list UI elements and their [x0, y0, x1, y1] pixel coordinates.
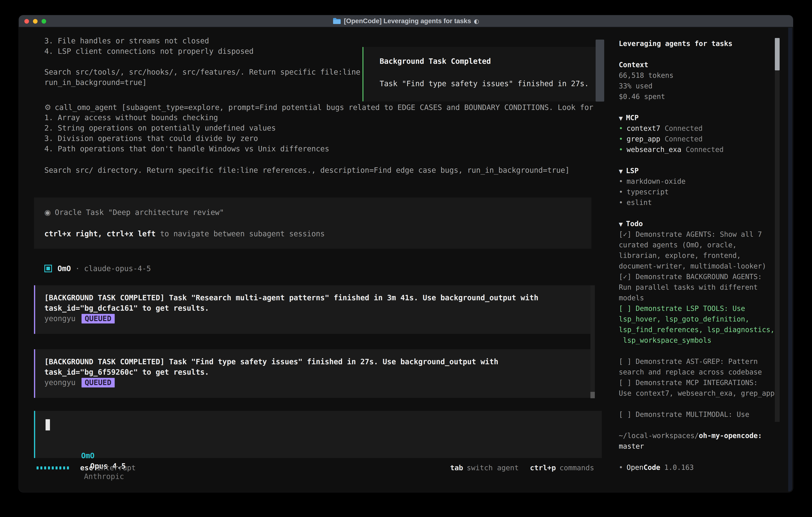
lsp-item-name: typescript	[627, 188, 669, 196]
mcp-item: •grep_appConnected	[619, 134, 775, 144]
chevron-down-icon: ▼	[619, 221, 623, 227]
oracle-navigation-hint: ctrl+x right, ctrl+x left to navigate be…	[45, 229, 591, 239]
task-meta-row: yeongyu QUEUED	[45, 377, 591, 388]
todo-item-line: [ ] Demonstrate MULTIMODAL: Use	[619, 409, 775, 420]
status-bar: esc interrupt tab switch agent ctrl+p co…	[19, 463, 602, 473]
ctrlp-key-label: commands	[559, 463, 594, 473]
half-circle-icon: ◐	[474, 18, 479, 25]
window-title: [OpenCode] Leveraging agents for tasks	[344, 17, 471, 25]
todo-heading-label: Todo	[626, 220, 643, 228]
oracle-hint-text: to navigate between subagent sessions	[156, 229, 325, 238]
chat-scrollbar-thumb[interactable]	[590, 392, 595, 398]
task-meta-row: yeongyu QUEUED	[45, 314, 591, 324]
todo-item-line-active: lsp_hover, lsp_goto_definition,	[619, 314, 775, 324]
todo-item-line: models	[619, 293, 775, 303]
window-right-edge	[788, 28, 792, 491]
sidebar-scrollbar-track[interactable]	[775, 38, 780, 422]
chat-scrollbar-track[interactable]	[590, 285, 595, 398]
lsp-section-heading[interactable]: ▼LSP	[619, 166, 775, 176]
app-name-regular: Open	[627, 463, 643, 471]
task-message-line: task_id="bg_6f59260c" to get results.	[45, 367, 591, 377]
bullet-icon: •	[619, 124, 623, 132]
todo-item-line-active: [ ] Demonstrate LSP TOOLS: Use	[619, 303, 775, 314]
task-author: yeongyu	[45, 314, 76, 324]
workspace-path: ~/local-workspaces/oh-my-opencode:	[619, 430, 775, 441]
queued-status-badge: QUEUED	[82, 314, 115, 324]
todo-item-line-active: lsp_find_references, lsp_diagnostics,	[619, 324, 775, 335]
gear-icon: ⚙	[45, 103, 51, 112]
esc-key-label: interrupt	[97, 463, 136, 473]
todo-item-line: [✓] Demonstrate BACKGROUND AGENTS:	[619, 272, 775, 282]
mcp-item-name: grep_app	[627, 135, 660, 143]
mcp-heading-label: MCP	[626, 114, 639, 122]
model-selector-row[interactable]: OmO Opus 4.5 Anthropic	[46, 440, 126, 451]
window-title-group: [OpenCode] Leveraging agents for tasks ◐	[333, 17, 479, 25]
zoom-window-button[interactable]	[41, 19, 46, 24]
chevron-down-icon: ▼	[619, 168, 623, 174]
mcp-item-name: websearch_exa	[627, 145, 681, 154]
input-agent-name: OmO	[81, 452, 94, 460]
status-right-group: tab switch agent ctrl+p commands	[450, 463, 594, 473]
context-heading: Context	[619, 60, 775, 70]
omo-agent-icon	[45, 265, 52, 272]
context-used: 33% used	[619, 81, 775, 91]
mcp-item: •context7Connected	[619, 123, 775, 134]
sidebar-session-title: Leveraging agents for tasks	[619, 38, 775, 49]
tab-key-hint: tab	[450, 463, 463, 473]
desktop-background: [OpenCode] Leveraging agents for tasks ◐…	[0, 0, 812, 517]
oracle-icon: ◉	[45, 208, 51, 217]
bullet-icon: •	[619, 145, 623, 154]
lsp-item: •markdown-oxide	[619, 176, 775, 187]
notification-body: Task "Find type safety issues" finished …	[380, 79, 597, 89]
main-scrollbar-thumb[interactable]	[596, 39, 604, 102]
agent-header: OmO · claude-opus-4-5	[45, 263, 151, 274]
oracle-hint-keys: ctrl+x right, ctrl+x left	[45, 229, 156, 238]
scrollback-group-3: Search src/ directory. Return specific f…	[45, 165, 570, 175]
agent-model: claude-opus-4-5	[84, 264, 151, 273]
terminal-line: Search src/ directory. Return specific f…	[45, 165, 570, 175]
todo-item-line: document-writer, multimodal-looker)	[619, 261, 775, 272]
minimize-window-button[interactable]	[33, 19, 37, 24]
todo-item-line: search and replace across codebase	[619, 367, 775, 377]
sidebar-scrollbar-thumb[interactable]	[775, 38, 780, 71]
app-version-row: •OpenCode1.0.163	[619, 462, 775, 473]
window-titlebar[interactable]: [OpenCode] Leveraging agents for tasks ◐	[19, 15, 793, 27]
scrollback-group-2: Search src/tools/, src/hooks/, src/featu…	[45, 67, 360, 88]
scrollback-group-1: 3. File handles or streams not closed 4.…	[45, 36, 254, 57]
mcp-item: •websearch_exaConnected	[619, 144, 775, 155]
mcp-item-status: Connected	[665, 124, 703, 132]
workspace-branch: master	[619, 441, 775, 452]
oracle-task-label-line: ◉Oracle Task "Deep architecture review"	[45, 207, 591, 218]
background-task-notification: Background Task Completed Task "Find typ…	[362, 47, 598, 101]
close-window-button[interactable]	[24, 19, 29, 24]
tool-call-text: call_omo_agent [subagent_type=explore, p…	[55, 103, 593, 112]
workspace-path-prefix: ~/local-workspaces/	[619, 432, 699, 440]
todo-item-line: curated agents (OmO, oracle,	[619, 240, 775, 250]
todo-section-heading[interactable]: ▼Todo	[619, 219, 775, 229]
lsp-item: •typescript	[619, 187, 775, 197]
terminal-line: 3. Division operations that could divide…	[45, 133, 593, 144]
tool-call-line: ⚙call_omo_agent [subagent_type=explore, …	[45, 102, 593, 113]
mcp-item-name: context7	[627, 124, 660, 132]
task-message-line: [BACKGROUND TASK COMPLETED] Task "Resear…	[45, 293, 591, 303]
app-version: 1.0.163	[664, 463, 694, 471]
bullet-icon: •	[619, 177, 623, 185]
todo-item-line: Use context7, websearch_exa, grep_app	[619, 388, 775, 399]
todo-item-line: [ ] Demonstrate AST-GREP: Pattern	[619, 356, 775, 367]
background-task-message: [BACKGROUND TASK COMPLETED] Task "Resear…	[34, 285, 591, 334]
app-name-bold: Code	[643, 463, 660, 471]
esc-key-hint: esc	[80, 463, 93, 473]
todo-item-line: librarian, explore, frontend,	[619, 250, 775, 261]
bullet-icon: •	[619, 198, 623, 207]
todo-item-line-active: lsp_workspace_symbols	[619, 335, 775, 346]
lsp-item: •eslint	[619, 197, 775, 208]
bullet-icon: •	[619, 463, 623, 471]
prompt-input[interactable]: OmO Opus 4.5 Anthropic	[34, 411, 602, 458]
input-provider-name: Anthropic	[84, 472, 124, 481]
text-cursor	[46, 419, 50, 430]
mcp-section-heading[interactable]: ▼MCP	[619, 113, 775, 123]
context-tokens: 66,518 tokens	[619, 70, 775, 81]
lsp-item-name: markdown-oxide	[627, 177, 686, 185]
lsp-item-name: eslint	[627, 198, 652, 207]
oracle-task-panel: ◉Oracle Task "Deep architecture review" …	[34, 197, 591, 249]
